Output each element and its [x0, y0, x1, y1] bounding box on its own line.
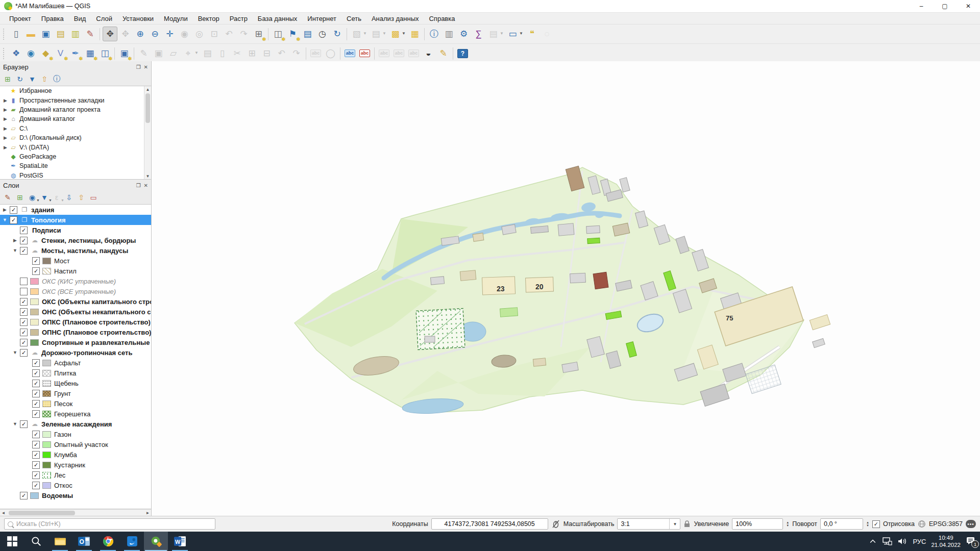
- layer-item-kustarnik[interactable]: ✓Кустарник: [0, 460, 151, 470]
- highlight-pinned-labels-button[interactable]: abc: [392, 46, 406, 60]
- manage-map-themes-button[interactable]: ◉▼: [27, 192, 38, 203]
- layer-checkbox[interactable]: ✓: [32, 431, 40, 438]
- metasearch-catalog-button[interactable]: ◉: [24, 46, 38, 60]
- expander-icon[interactable]: ▼: [11, 421, 19, 427]
- expand-arrow-icon[interactable]: ▶: [2, 135, 9, 140]
- menu-web[interactable]: Интернет: [302, 13, 341, 24]
- expander-icon[interactable]: ▼: [1, 217, 9, 222]
- chevron-down-icon[interactable]: ▼: [669, 519, 677, 529]
- browser-close-button[interactable]: ✕: [144, 64, 148, 70]
- layer-checkbox[interactable]: ✓: [32, 369, 40, 377]
- layer-checkbox[interactable]: ✓: [32, 441, 40, 448]
- layer-checkbox[interactable]: ✓: [32, 257, 40, 265]
- osm-place-search-button[interactable]: ◒: [422, 46, 435, 60]
- layer-checkbox[interactable]: ✓: [20, 227, 28, 234]
- chevron-down-icon[interactable]: ▼: [500, 32, 504, 36]
- remove-layer-button[interactable]: ▭: [88, 192, 99, 203]
- zoom-in-button[interactable]: ⊕: [133, 27, 147, 41]
- browser-item-drive-v[interactable]: ▶▱V:\ (DATA): [0, 142, 151, 152]
- menu-help[interactable]: Справка: [424, 13, 460, 24]
- layer-item-asfalt[interactable]: ✓Асфальт: [0, 358, 151, 368]
- project-save-button[interactable]: ▣: [39, 27, 53, 41]
- scroll-down-arrow[interactable]: ▼: [146, 173, 150, 179]
- taskbar-word-button[interactable]: W: [168, 532, 192, 551]
- layer-item-topologiya[interactable]: ▼✓❐Топология: [0, 215, 151, 225]
- layer-item-opns[interactable]: ✓ОПНС (Плановое строительство): [0, 327, 151, 337]
- browser-item-favourites[interactable]: ★Избранное: [0, 86, 151, 95]
- copy-features-button[interactable]: ⊞: [245, 46, 259, 60]
- menu-layer[interactable]: Слой: [91, 13, 117, 24]
- open-field-calculator-button[interactable]: ▦: [408, 27, 422, 41]
- layer-checkbox[interactable]: ✓: [20, 298, 28, 306]
- spinner-arrows[interactable]: ▲▼: [786, 521, 789, 527]
- layer-checkbox[interactable]: ✓: [32, 359, 40, 367]
- scroll-thumb[interactable]: [9, 511, 75, 515]
- browser-item-geopackage[interactable]: ◆GeoPackage: [0, 152, 151, 161]
- toggle-editing-button[interactable]: ✎: [137, 46, 151, 60]
- expand-arrow-icon[interactable]: ▶: [2, 116, 9, 121]
- menu-raster[interactable]: Растр: [225, 13, 253, 24]
- new-3d-map-view-button[interactable]: ◫✱: [271, 27, 285, 41]
- keyboard-language[interactable]: РУС: [913, 538, 926, 545]
- browser-float-button[interactable]: ❐: [136, 64, 141, 70]
- toolbar-grip[interactable]: [3, 29, 7, 40]
- network-icon[interactable]: [882, 537, 892, 545]
- expander-icon[interactable]: ▼: [11, 350, 19, 355]
- layer-checkbox[interactable]: ✓: [32, 267, 40, 275]
- move-label-button[interactable]: abc: [407, 46, 421, 60]
- layers-float-button[interactable]: ❐: [136, 183, 141, 188]
- layer-checkbox[interactable]: ✓: [20, 349, 28, 357]
- messages-icon[interactable]: •••: [966, 520, 976, 528]
- browser-item-home[interactable]: ▶⌂Домашний каталог: [0, 114, 151, 123]
- layer-checkbox[interactable]: ✓: [32, 482, 40, 489]
- menu-database[interactable]: База данных: [253, 13, 302, 24]
- layer-item-opks[interactable]: ✓ОПКС (Плановое строительство): [0, 317, 151, 327]
- layer-checkbox[interactable]: ✓: [32, 410, 40, 418]
- zoom-native-button[interactable]: ⊡: [207, 27, 221, 41]
- zoom-next-button[interactable]: ↷: [237, 27, 251, 41]
- open-layer-styling-button[interactable]: ✎: [2, 192, 13, 203]
- attribute-table-button[interactable]: ▤▼: [486, 27, 500, 41]
- project-open-button[interactable]: ▬: [24, 27, 38, 41]
- layer-item-plitka[interactable]: ✓Плитка: [0, 368, 151, 378]
- layer-checkbox[interactable]: ✓: [20, 308, 28, 316]
- scroll-thumb[interactable]: [145, 93, 150, 123]
- pin-labels-button[interactable]: abc: [377, 46, 391, 60]
- menu-analysis[interactable]: Анализ данных: [366, 13, 424, 24]
- layer-item-opytny[interactable]: ✓Опытный участок: [0, 439, 151, 449]
- minimize-button[interactable]: –: [910, 0, 933, 12]
- zoom-out-button[interactable]: ⊖: [148, 27, 162, 41]
- magnifier-spinbox[interactable]: 100%: [732, 518, 783, 530]
- crs-status[interactable]: EPSG:3857: [929, 520, 963, 528]
- temporal-controller-button[interactable]: ◷: [315, 27, 329, 41]
- taskbar-qgis-button[interactable]: [144, 532, 168, 551]
- layer-item-stenki[interactable]: ▶✓☁Стенки, лестницы, бордюры: [0, 235, 151, 245]
- layer-item-zelenye[interactable]: ▼✓☁Зеленые насаждения: [0, 419, 151, 429]
- layer-checkbox[interactable]: ✓: [32, 471, 40, 479]
- layer-checkbox[interactable]: ✓: [20, 420, 28, 428]
- cad-tools-button[interactable]: ✎: [436, 46, 450, 60]
- new-shapefile-layer-button[interactable]: V✱: [54, 46, 67, 60]
- layer-labeling-options-button[interactable]: abc: [343, 46, 357, 60]
- cut-features-button[interactable]: ✂: [230, 46, 244, 60]
- layout-manager-button[interactable]: ▥: [68, 27, 82, 41]
- layer-checkbox[interactable]: [20, 278, 28, 285]
- filter-browser-button[interactable]: ▼: [27, 73, 38, 85]
- new-map-view-button[interactable]: ⊞✱: [252, 27, 265, 41]
- browser-item-drive-c[interactable]: ▶▱C:\: [0, 124, 151, 133]
- scale-combobox[interactable]: 3:1 ▼: [617, 518, 680, 530]
- layer-item-oks[interactable]: ✓ОКС (Объекты капитального строит: [0, 296, 151, 307]
- layer-item-sport[interactable]: ✓Спортивные и развлекательные пл: [0, 337, 151, 347]
- browser-item-spatial-bookmarks[interactable]: ▶▮Пространственные закладки: [0, 95, 151, 105]
- browser-item-postgis[interactable]: ◍PostGIS: [0, 171, 151, 180]
- layer-checkbox[interactable]: ✓: [20, 339, 28, 346]
- chevron-down-icon[interactable]: ▼: [402, 32, 406, 36]
- measure-button[interactable]: ▭▼: [506, 27, 520, 41]
- new-geopackage-layer-button[interactable]: ◆✱: [39, 46, 53, 60]
- layer-checkbox[interactable]: ✓: [32, 461, 40, 469]
- map-canvas[interactable]: 23 20 75: [152, 61, 980, 516]
- layer-item-dorozhno[interactable]: ▼✓☁Дорожно-тропиночная сеть: [0, 347, 151, 358]
- save-layer-edits-button[interactable]: ▣: [152, 46, 165, 60]
- collapse-all-browser-button[interactable]: ⇧: [39, 73, 50, 85]
- menu-settings[interactable]: Установки: [117, 13, 159, 24]
